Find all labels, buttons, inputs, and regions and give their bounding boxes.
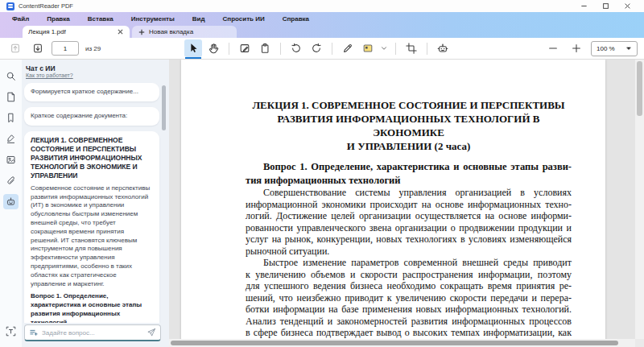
pages-icon — [6, 92, 16, 102]
chevron-down-icon — [625, 45, 632, 52]
note-dropdown-button[interactable] — [379, 39, 389, 57]
page-down-button[interactable] — [29, 39, 47, 57]
send-icon[interactable] — [147, 328, 156, 337]
menu-item[interactable]: Вставка — [79, 15, 122, 23]
sidebar-pages-button[interactable] — [3, 89, 19, 105]
note-button[interactable] — [359, 39, 377, 57]
redo-button[interactable] — [308, 39, 325, 57]
left-icon-strip — [0, 60, 22, 347]
document-text-line: к увеличению объемов и скорости распрост… — [246, 269, 572, 281]
close-icon[interactable] — [623, 2, 631, 10]
toolbar-divider — [332, 43, 332, 55]
sidebar-image-button[interactable] — [3, 152, 19, 167]
pdf-page: ЛЕКЦИЯ 1. СОВРЕМЕННОЕ СОСТОЯНИЕ И ПЕРСПЕ… — [181, 60, 605, 347]
menu-item[interactable]: Справка — [274, 15, 318, 23]
hand-tool-icon — [208, 43, 219, 54]
vertical-scrollbar[interactable] — [635, 60, 644, 339]
horizontal-scrollbar-thumb[interactable] — [171, 341, 618, 345]
tab-active-document[interactable]: Лекция 1.pdf — [23, 26, 130, 38]
chat-question-input[interactable] — [42, 329, 143, 337]
toolbar-divider — [427, 43, 427, 55]
document-viewer[interactable]: ЛЕКЦИЯ 1. СОВРЕМЕННОЕ СОСТОЯНИЕ И ПЕРСПЕ… — [169, 60, 644, 347]
zoom-level-select[interactable]: 100 % — [591, 41, 638, 56]
summary-question: Вопрос 1. Определение, характеристика и … — [31, 292, 153, 323]
chat-title: Чат с ИИ — [26, 64, 161, 72]
new-prompt-icon[interactable] — [29, 328, 39, 337]
page-up-button[interactable] — [6, 39, 24, 57]
sidebar-search-button[interactable] — [3, 68, 19, 84]
document-text-line: Анализ тенденций и закономерностей разви… — [246, 316, 572, 328]
sidebar-signature-button[interactable] — [3, 131, 19, 147]
toolbar-divider — [280, 43, 281, 55]
document-text-line: услуг на рынок, конкуренции, новых техно… — [246, 233, 572, 246]
ai-assistant-button[interactable] — [434, 39, 452, 57]
document-title-line: ЛЕКЦИЯ 1. СОВРЕМЕННОЕ СОСТОЯНИЕ И ПЕРСПЕ… — [246, 98, 572, 112]
attachment-icon — [6, 176, 16, 186]
menu-item[interactable]: Спросить ИИ — [214, 15, 274, 23]
highlighter-button[interactable] — [339, 39, 357, 57]
plus-icon — [138, 29, 145, 35]
signature-icon — [6, 134, 16, 144]
chat-scrollbar-thumb[interactable] — [162, 85, 166, 130]
document-text-line: ботки информации на базе применения новы… — [246, 304, 572, 316]
sidebar-ai-chat-button[interactable] — [3, 194, 19, 209]
ai-chat-icon — [6, 196, 16, 207]
menu-tab-band: ФайлПравкаВставкаИнструментыВидСпросить … — [0, 12, 644, 38]
page-count-label: из 29 — [85, 45, 101, 52]
document-question-heading: Вопрос 1. Определение, характеристика и … — [246, 160, 572, 187]
zoom-out-button[interactable] — [544, 39, 562, 57]
horizontal-scrollbar[interactable] — [169, 339, 635, 347]
search-icon — [6, 71, 16, 81]
maximize-icon[interactable] — [601, 2, 609, 10]
document-text-line: Быстрое изменение параметров современной… — [246, 257, 572, 269]
clipboard-button[interactable] — [256, 39, 274, 57]
scrollbar-corner — [635, 339, 644, 347]
menu-item[interactable]: Правка — [38, 15, 78, 23]
menu-item[interactable]: Файл — [3, 15, 38, 23]
summary-body: Современное состояние и перспективы разв… — [31, 184, 153, 289]
text-select-button[interactable] — [3, 324, 19, 339]
undo-button[interactable] — [287, 39, 305, 57]
page-down-icon — [32, 43, 43, 54]
sidebar-attachments-button[interactable] — [3, 173, 19, 188]
chat-message-list: Формируется краткое содержание...Краткое… — [22, 81, 169, 323]
document-text-line: Совершенствование системы управления орг… — [246, 187, 572, 199]
edit-icon — [239, 43, 250, 54]
chat-help-link[interactable]: Как это работает? — [26, 72, 161, 78]
sidebar-bookmarks-button[interactable] — [3, 110, 19, 126]
summary-heading: ЛЕКЦИЯ 1. СОВРЕМЕННОЕ СОСТОЯНИЕ И ПЕРСПЕ… — [31, 136, 153, 180]
app-icon — [6, 2, 14, 10]
menu-item[interactable]: Инструменты — [122, 15, 184, 23]
tab-close-icon[interactable] — [116, 28, 124, 36]
zoom-in-button[interactable] — [568, 39, 585, 57]
ai-robot-icon — [437, 43, 448, 54]
vertical-scrollbar-thumb[interactable] — [637, 61, 642, 116]
menu-bar: ФайлПравкаВставкаИнструментыВидСпросить … — [0, 12, 644, 26]
new-tab-button[interactable]: Новая вкладка — [132, 26, 237, 38]
hand-tool-button[interactable] — [204, 39, 222, 57]
chat-message-bubble: Краткое содержание документа: — [24, 107, 159, 126]
chat-scrollbar[interactable] — [162, 84, 166, 340]
tab-title: Лекция 1.pdf — [28, 28, 116, 35]
redo-icon — [311, 43, 322, 54]
menu-item[interactable]: Вид — [184, 15, 214, 23]
page-up-icon — [10, 43, 21, 54]
minimize-icon[interactable] — [580, 2, 588, 10]
document-text-line: для успешного ведения бизнеса необходимо… — [246, 280, 572, 292]
page-number-input[interactable] — [52, 41, 79, 56]
undo-icon — [291, 43, 302, 54]
bookmark-icon — [6, 113, 16, 123]
chat-input-container — [24, 324, 161, 341]
crop-button[interactable] — [402, 39, 420, 57]
ai-chat-panel: Чат с ИИ Как это работает? Формируется к… — [22, 60, 169, 347]
document-question-line: Вопрос 1. Определение, характеристика и … — [246, 160, 572, 174]
new-tab-label: Новая вкладка — [149, 28, 193, 35]
toolbar-divider — [229, 43, 229, 55]
document-text-line: в сфере бизнеса подтверждает вывод о выс… — [246, 327, 572, 339]
text-select-icon — [6, 326, 16, 337]
zoom-in-icon — [571, 43, 582, 54]
edit-button[interactable] — [236, 39, 254, 57]
select-tool-button[interactable] — [184, 39, 202, 57]
app-title: ContentReader PDF — [19, 2, 73, 10]
chat-message-bubble: Формируется краткое содержание... — [24, 83, 159, 101]
